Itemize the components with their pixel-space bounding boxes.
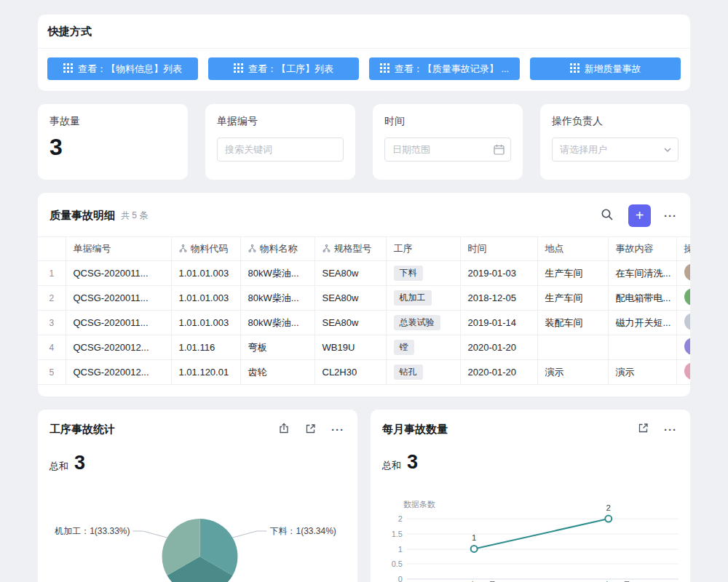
process-tag: 镗 bbox=[394, 340, 414, 355]
more-options-button[interactable]: ··· bbox=[662, 422, 678, 437]
cell-content: 演示 bbox=[608, 360, 676, 385]
avatar bbox=[684, 313, 691, 330]
cell-material-code: 1.01.01.003 bbox=[171, 261, 240, 286]
table-scroll-area[interactable]: 单据编号 物料代码 物料名称 规格型号 工序 时间 地点 事故内容 操作负责人 … bbox=[38, 236, 690, 385]
cell-spec-model: SEA80w bbox=[314, 261, 386, 286]
shortcuts-title-row: 快捷方式 bbox=[38, 15, 690, 49]
cell-doc-number: QCSG-2020011... bbox=[66, 311, 171, 335]
y-tick: 1.5 bbox=[392, 530, 403, 538]
table-row[interactable]: 3 QCSG-2020011... 1.01.01.003 80kW柴油... … bbox=[38, 311, 690, 335]
cell-date: 2020-01-20 bbox=[460, 360, 537, 385]
view-process-list-button[interactable]: 查看：【工序】列表 bbox=[208, 57, 359, 80]
export-icon bbox=[278, 423, 290, 436]
cell-spec-model: SEA80w bbox=[314, 311, 386, 335]
accident-count-label: 事故量 bbox=[50, 115, 176, 128]
operator-select[interactable] bbox=[552, 137, 678, 162]
cell-date: 2019-01-14 bbox=[460, 311, 537, 335]
grid-icon bbox=[380, 63, 389, 75]
export-button[interactable] bbox=[277, 421, 291, 438]
shortcut-label: 查看：【物料信息】列表 bbox=[78, 63, 182, 76]
grid-icon bbox=[234, 63, 243, 75]
open-in-new-icon bbox=[638, 423, 649, 436]
expand-button[interactable] bbox=[304, 422, 317, 438]
header-content: 事故内容 bbox=[608, 237, 676, 261]
table-row[interactable]: 2 QCSG-2020011... 1.01.01.003 80kW柴油... … bbox=[38, 286, 690, 311]
table-row[interactable]: 4 QCSG-2020012... 1.01.116 弯板 WB19U 镗 20… bbox=[38, 335, 690, 360]
point-label: 2 bbox=[606, 503, 611, 512]
avatar bbox=[684, 362, 691, 380]
search-button[interactable] bbox=[599, 207, 615, 225]
view-material-info-list-button[interactable]: 查看：【物料信息】列表 bbox=[47, 57, 198, 80]
data-point bbox=[471, 546, 478, 552]
header-doc-number: 单据编号 bbox=[66, 237, 171, 261]
y-axis-name: 数据条数 bbox=[403, 500, 435, 509]
cell-spec-model: WB19U bbox=[314, 335, 386, 360]
operator-filter-card: 操作负责人 bbox=[540, 104, 690, 180]
cell-spec-model: SEA80w bbox=[314, 286, 386, 311]
shortcuts-title: 快捷方式 bbox=[48, 25, 680, 39]
cell-material-code: 1.01.120.01 bbox=[171, 360, 240, 385]
search-icon bbox=[601, 208, 614, 223]
quality-accident-detail-card: 质量事故明细 共 5 条 + ··· 单据编号 物料代码 物料名称 规格型号 bbox=[38, 193, 690, 396]
cell-row-number: 2 bbox=[38, 286, 66, 311]
doc-number-label: 单据编号 bbox=[217, 115, 344, 128]
pie-chart-title: 工序事故统计 bbox=[50, 423, 115, 436]
accident-count-value: 3 bbox=[50, 134, 176, 161]
plus-icon: + bbox=[636, 208, 644, 223]
avatar bbox=[684, 263, 691, 281]
process-tag: 总装试验 bbox=[394, 315, 440, 330]
cell-material-name: 80kW柴油... bbox=[240, 286, 314, 311]
cell-place: 装配车间 bbox=[537, 311, 608, 335]
shortcut-buttons-row: 查看：【物料信息】列表 查看：【工序】列表 查看：【质量事故记录】 ... 新增… bbox=[38, 49, 690, 91]
cell-content bbox=[608, 335, 676, 360]
operator-label: 操作负责人 bbox=[552, 115, 678, 128]
table-title: 质量事故明细 bbox=[50, 209, 115, 223]
cell-material-code: 1.01.01.003 bbox=[171, 286, 240, 311]
header-operator: 操作负责人 bbox=[676, 237, 690, 261]
grid-icon bbox=[63, 63, 73, 75]
doc-number-search-input[interactable] bbox=[217, 137, 344, 162]
cell-doc-number: QCSG-2020011... bbox=[66, 261, 171, 286]
add-quality-accident-button[interactable]: 新增质量事故 bbox=[530, 57, 681, 80]
cell-date: 2019-01-03 bbox=[460, 261, 537, 286]
accident-count-card: 事故量 3 bbox=[38, 104, 188, 180]
header-spec-model: 规格型号 bbox=[314, 237, 386, 261]
cell-material-code: 1.01.01.003 bbox=[171, 311, 240, 335]
shortcuts-card: 快捷方式 查看：【物料信息】列表 查看：【工序】列表 查看：【质量事故记录】 .… bbox=[38, 15, 690, 91]
more-options-button[interactable]: ··· bbox=[330, 422, 346, 437]
cell-operator bbox=[676, 311, 690, 335]
more-options-button[interactable]: ··· bbox=[662, 208, 678, 223]
cell-row-number: 3 bbox=[38, 311, 66, 335]
cell-spec-model: CL2H30 bbox=[314, 360, 386, 385]
monthly-accident-count-card: 每月事故数量 ··· 总和 3 数据条数 2 1.5 1 bbox=[371, 410, 690, 582]
quality-accident-table: 单据编号 物料代码 物料名称 规格型号 工序 时间 地点 事故内容 操作负责人 … bbox=[38, 236, 690, 385]
y-tick: 1 bbox=[398, 545, 403, 554]
table-row[interactable]: 1 QCSG-2020011... 1.01.01.003 80kW柴油... … bbox=[38, 261, 690, 286]
cell-place bbox=[537, 335, 608, 360]
more-icon: ··· bbox=[664, 210, 677, 222]
cell-content: 配电箱带电... bbox=[608, 286, 676, 311]
grid-icon bbox=[570, 63, 579, 75]
pie-total-value: 3 bbox=[74, 452, 85, 474]
view-quality-accident-record-button[interactable]: 查看：【质量事故记录】 ... bbox=[369, 57, 520, 80]
y-tick: 0 bbox=[398, 575, 403, 582]
date-range-input[interactable] bbox=[384, 137, 511, 162]
cell-process: 镗 bbox=[386, 335, 460, 360]
cell-material-name: 80kW柴油... bbox=[240, 311, 314, 335]
cell-material-name: 80kW柴油... bbox=[240, 261, 314, 286]
line-total-label: 总和 bbox=[382, 459, 401, 472]
cell-content: 在车间清洗... bbox=[608, 261, 676, 286]
add-record-button[interactable]: + bbox=[628, 204, 651, 227]
relation-icon bbox=[323, 244, 331, 255]
more-icon: ··· bbox=[331, 423, 344, 436]
y-tick: 2 bbox=[398, 514, 403, 523]
cell-content: 磁力开关短... bbox=[608, 311, 676, 335]
time-label: 时间 bbox=[384, 115, 511, 128]
point-label: 1 bbox=[472, 533, 476, 542]
header-date: 时间 bbox=[460, 237, 537, 261]
table-row-count: 共 5 条 bbox=[121, 210, 148, 222]
cell-date: 2018-12-05 bbox=[460, 286, 537, 311]
expand-button[interactable] bbox=[636, 421, 650, 437]
pie-label-xialiao: 下料：1(33.34%) bbox=[270, 526, 336, 536]
table-row[interactable]: 5 QCSG-2020012... 1.01.120.01 齿轮 CL2H30 … bbox=[38, 360, 690, 385]
